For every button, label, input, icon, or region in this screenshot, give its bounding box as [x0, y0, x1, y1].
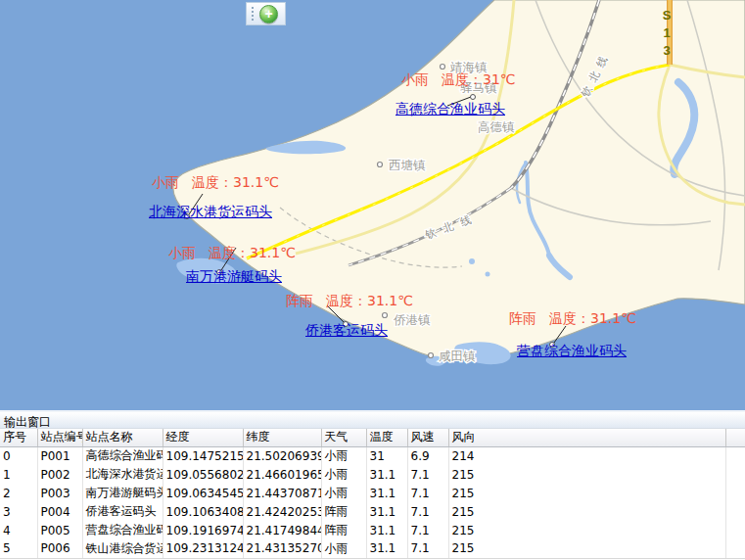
- table-cell: 109.231312452397: [163, 539, 243, 558]
- col-header-wind-speed[interactable]: 风速: [407, 429, 448, 446]
- table-cell: 109.147521524769: [163, 446, 243, 465]
- table-cell: 215: [448, 465, 725, 484]
- table-cell: 21.5020693970949: [243, 446, 321, 465]
- weather-temperature: 温度：31.1℃: [549, 310, 636, 326]
- map-canvas[interactable]: S 1 3 钦北线 钦北线 靖海镇 驿马镇 高德镇 西塘镇 侨港镇 咸田镇: [0, 0, 745, 410]
- town-label: 咸田镇: [439, 349, 476, 363]
- table-cell: 小雨: [321, 484, 366, 502]
- col-header-wind-direction[interactable]: 风向: [448, 429, 725, 446]
- table-row[interactable]: 0P001高德综合渔业码头109.14752152476921.50206939…: [0, 446, 745, 465]
- table-cell: 31.1: [366, 465, 407, 484]
- col-header-station-id[interactable]: 站点编号: [37, 429, 82, 446]
- table-cell: 31.1: [366, 521, 407, 539]
- table-cell: 侨港客运码头: [82, 502, 163, 521]
- table-cell: 小雨: [321, 539, 366, 558]
- table-cell: 6.9: [407, 446, 448, 465]
- table-cell: 7.1: [407, 521, 448, 539]
- highway-shield-char: 1: [663, 25, 670, 40]
- stations-table: 序号 站点编号 站点名称 经度 纬度 天气 温度 风速 风向 0P001高德综合…: [0, 429, 745, 559]
- weather-condition: 阵雨: [286, 293, 313, 308]
- table-cell: 215: [448, 539, 725, 558]
- weather-condition: 阵雨: [509, 310, 536, 326]
- station-label: 营盘综合渔业码头: [517, 343, 627, 360]
- table-cell: 3: [0, 502, 37, 521]
- weather-condition: 小雨: [168, 245, 196, 260]
- table-cell: 0: [0, 446, 37, 465]
- weather-label: 小雨温度：31.1℃: [152, 174, 279, 192]
- weather-label: 阵雨温度：31.1℃: [509, 310, 636, 328]
- table-cell: 21.4242025395549: [243, 502, 321, 521]
- station-label: 侨港客运码头: [305, 322, 388, 340]
- table-cell: P001: [37, 446, 82, 465]
- table-cell: 31.1: [366, 502, 407, 521]
- table-cell: 7.1: [407, 539, 448, 558]
- table-cell: 小雨: [321, 446, 366, 465]
- town-label: 西塘镇: [389, 158, 426, 172]
- station-label: 南万港游艇码头: [186, 268, 282, 286]
- weather-temperature: 温度：31.1℃: [192, 174, 279, 190]
- table-cell: P002: [37, 465, 82, 484]
- table-cell: 7.1: [407, 465, 448, 484]
- col-header-index[interactable]: 序号: [0, 429, 37, 446]
- weather-label: 阵雨温度：31.1℃: [286, 293, 413, 310]
- town-label: 侨港镇: [393, 312, 431, 327]
- highway-s13: S 1 3: [663, 0, 672, 65]
- table-cell: 215: [448, 484, 725, 502]
- weather-condition: 小雨: [152, 174, 179, 190]
- table-cell: 4: [0, 521, 37, 539]
- table-cell: 小雨: [321, 465, 366, 484]
- table-cell-empty: [725, 539, 745, 558]
- weather-temperature: 温度：31.1℃: [326, 293, 413, 308]
- table-cell: 214: [448, 446, 725, 465]
- station-label: 北海深水港货运码头: [149, 204, 272, 221]
- col-header-temperature[interactable]: 温度: [366, 429, 407, 446]
- table-row[interactable]: 2P003南万港游艇码头109.06345455568321.443708710…: [0, 484, 745, 502]
- table-cell: 北海深水港货运码头: [82, 465, 163, 484]
- table-row[interactable]: 5P006铁山港综合货运码头109.23131245239721.4313527…: [0, 539, 745, 558]
- weather-condition: 小雨: [401, 71, 429, 87]
- col-header-station-name[interactable]: 站点名称: [82, 429, 163, 446]
- town-label: 高德镇: [478, 119, 515, 134]
- table-cell: P004: [37, 502, 82, 521]
- col-header-longitude[interactable]: 经度: [163, 429, 243, 446]
- table-header-row: 序号 站点编号 站点名称 经度 纬度 天气 温度 风速 风向: [0, 429, 745, 446]
- toolbar-grip-handle[interactable]: [249, 5, 256, 23]
- table-cell: 215: [448, 502, 725, 521]
- table-cell: 21.4437087109011: [243, 484, 321, 502]
- table-row[interactable]: 3P004侨港客运码头109.10634080109521.4242025395…: [0, 502, 745, 521]
- col-header-latitude[interactable]: 纬度: [243, 429, 321, 446]
- output-panel: 输出窗口 序号 站点编号 站点名称 经度 纬度 天气 温度 风速 风向 0P00…: [0, 410, 745, 560]
- highway-shield-char: 3: [663, 43, 670, 58]
- table-cell: 5: [0, 539, 37, 558]
- table-cell: 109.055680231721: [163, 465, 243, 484]
- table-cell: 7.1: [407, 502, 448, 521]
- weather-temperature: 温度：31℃: [442, 71, 516, 87]
- table-cell-empty: [725, 484, 745, 502]
- col-header-weather[interactable]: 天气: [321, 429, 366, 446]
- zoom-in-plus-icon[interactable]: +: [259, 5, 278, 23]
- table-cell: 1: [0, 465, 37, 484]
- table-cell-empty: [725, 521, 745, 539]
- table-cell-empty: [725, 446, 745, 465]
- map-basemap: S 1 3 钦北线 钦北线 靖海镇 驿马镇 高德镇 西塘镇 侨港镇 咸田镇: [0, 0, 745, 410]
- table-cell: 109.191697440519: [163, 521, 243, 539]
- table-row[interactable]: 4P005营盘综合渔业码头109.19169744051921.41749844…: [0, 521, 745, 539]
- table-cell: 109.106340801095: [163, 502, 243, 521]
- table-row[interactable]: 1P002北海深水港货运码头109.05568023172121.4660196…: [0, 465, 745, 484]
- table-cell: 铁山港综合货运码头: [82, 539, 163, 558]
- table-cell: 7.1: [407, 484, 448, 502]
- table-cell: 31.1: [366, 539, 407, 558]
- table-cell: 营盘综合渔业码头: [82, 521, 163, 539]
- table-cell: 21.4174984409359: [243, 521, 321, 539]
- table-cell: P005: [37, 521, 82, 539]
- table-cell: 31.1: [366, 484, 407, 502]
- col-header-empty: [725, 429, 745, 446]
- highway-shield-char: S: [663, 8, 672, 23]
- table-cell: P006: [37, 539, 82, 558]
- table-cell: 109.063454555683: [163, 484, 243, 502]
- table-cell: 南万港游艇码头: [82, 484, 163, 502]
- weather-label: 小雨温度：31.1℃: [168, 245, 296, 262]
- table-cell: 阵雨: [321, 521, 366, 539]
- table-cell-empty: [725, 502, 745, 521]
- table-cell-empty: [725, 465, 745, 484]
